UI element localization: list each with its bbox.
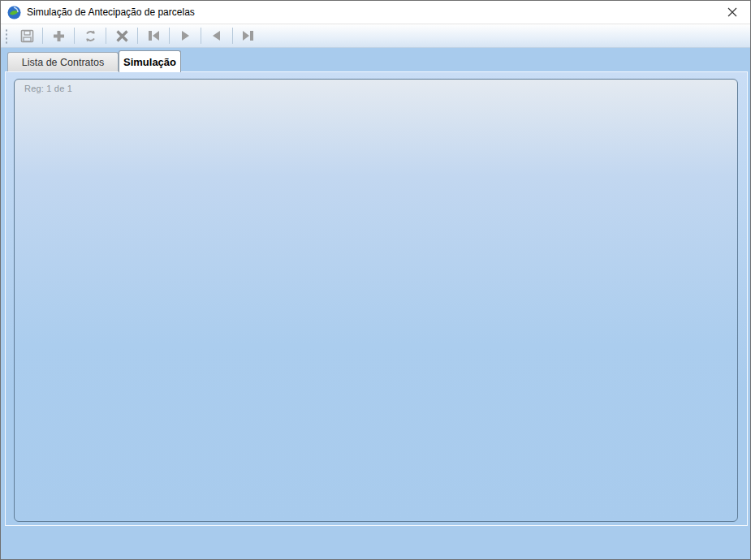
last-record-icon [241, 30, 256, 41]
add-icon [52, 29, 66, 43]
window-title: Simulação de Antecipação de parcelas [27, 6, 195, 18]
toolbar-grip[interactable] [3, 28, 11, 44]
refresh-button[interactable] [75, 26, 106, 45]
close-button[interactable] [714, 1, 750, 24]
toolbar [1, 24, 750, 48]
add-button[interactable] [43, 26, 74, 45]
tab-label: Simulação [123, 56, 176, 68]
record-counter: Reg: 1 de 1 [24, 84, 72, 93]
delete-icon [115, 29, 129, 43]
tab-label: Lista de Contratos [22, 57, 104, 68]
first-record-button[interactable] [138, 26, 169, 45]
next-record-icon [179, 30, 191, 41]
save-button[interactable] [11, 26, 42, 45]
close-icon [727, 7, 737, 17]
app-logo-icon [7, 6, 21, 19]
prior-record-button[interactable] [201, 26, 232, 45]
next-record-button[interactable] [170, 26, 201, 45]
save-icon [20, 29, 34, 43]
app-window: Simulação de Antecipação de parcelas [0, 0, 751, 560]
tab-simulacao[interactable]: Simulação [119, 50, 181, 72]
refresh-icon [84, 29, 97, 43]
delete-button[interactable] [106, 26, 137, 45]
prior-record-icon [211, 30, 222, 41]
title-bar: Simulação de Antecipação de parcelas [1, 1, 750, 24]
record-groupbox: Reg: 1 de 1 [14, 79, 738, 522]
last-record-button[interactable] [233, 26, 264, 45]
tab-lista-de-contratos[interactable]: Lista de Contratos [7, 52, 119, 72]
first-record-icon [146, 30, 161, 41]
